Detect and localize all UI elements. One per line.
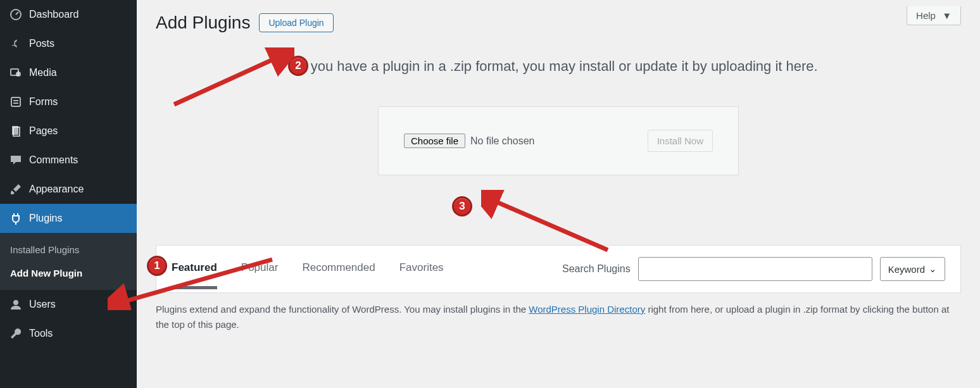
svg-rect-3 bbox=[11, 97, 20, 106]
sidebar-item-forms[interactable]: Forms bbox=[0, 87, 137, 116]
sidebar-item-dashboard[interactable]: Dashboard bbox=[0, 0, 137, 29]
file-status-text: No file chosen bbox=[470, 135, 534, 147]
annotation-badge-3: 3 bbox=[452, 196, 472, 216]
submenu-add-new-plugin[interactable]: Add New Plugin bbox=[0, 261, 137, 285]
pages-icon bbox=[9, 124, 23, 138]
sidebar-item-label: Forms bbox=[29, 96, 58, 108]
comments-icon bbox=[9, 153, 23, 167]
users-icon bbox=[9, 297, 23, 311]
footer-before: Plugins extend and expand the functional… bbox=[156, 304, 529, 315]
upload-plugin-button[interactable]: Upload Plugin bbox=[259, 13, 333, 32]
chevron-down-icon: ▼ bbox=[942, 10, 952, 21]
search-type-select[interactable]: Keyword ⌄ bbox=[880, 257, 945, 281]
annotation-badge-2: 2 bbox=[288, 56, 308, 76]
sidebar-item-tools[interactable]: Tools bbox=[0, 319, 137, 348]
search-plugins-input[interactable] bbox=[638, 257, 872, 281]
footer-description: Plugins extend and expand the functional… bbox=[156, 302, 961, 332]
sidebar-item-media[interactable]: Media bbox=[0, 58, 137, 87]
tab-recommended[interactable]: Recommended bbox=[302, 261, 375, 277]
tab-popular[interactable]: Popular bbox=[241, 261, 279, 277]
chevron-down-icon: ⌄ bbox=[929, 263, 937, 275]
sidebar-item-label: Dashboard bbox=[29, 9, 79, 20]
tab-featured[interactable]: Featured bbox=[172, 261, 217, 277]
sidebar-item-plugins[interactable]: Plugins bbox=[0, 204, 137, 233]
install-now-button[interactable]: Install Now bbox=[648, 130, 713, 152]
sidebar-item-label: Plugins bbox=[29, 213, 62, 224]
page-title: Add Plugins bbox=[156, 13, 250, 33]
help-button[interactable]: Help ▼ bbox=[907, 6, 961, 25]
tab-favorites[interactable]: Favorites bbox=[399, 261, 444, 277]
page-header: Add Plugins Upload Plugin bbox=[156, 13, 961, 33]
sidebar-item-label: Users bbox=[29, 299, 56, 310]
plugin-filter-tabs: Featured Popular Recommended Favorites S… bbox=[156, 245, 961, 293]
tools-icon bbox=[9, 327, 23, 341]
pin-icon bbox=[9, 37, 23, 51]
dashboard-icon bbox=[9, 8, 23, 22]
annotation-badge-1: 1 bbox=[147, 256, 167, 276]
sidebar-item-label: Appearance bbox=[29, 184, 84, 195]
sidebar-item-label: Comments bbox=[29, 154, 78, 166]
sidebar-item-appearance[interactable]: Appearance bbox=[0, 175, 137, 204]
upload-form: Choose file No file chosen Install Now bbox=[378, 106, 739, 175]
sidebar-item-users[interactable]: Users bbox=[0, 290, 137, 319]
sidebar-item-label: Media bbox=[29, 67, 57, 78]
submenu-installed-plugins[interactable]: Installed Plugins bbox=[0, 238, 137, 261]
forms-icon bbox=[9, 95, 23, 109]
sidebar-item-label: Tools bbox=[29, 328, 53, 339]
upload-description: If you have a plugin in a .zip format, y… bbox=[156, 58, 961, 75]
help-label: Help bbox=[916, 10, 936, 21]
search-label: Search Plugins bbox=[562, 263, 631, 275]
media-icon bbox=[9, 66, 23, 80]
sidebar-item-comments[interactable]: Comments bbox=[0, 146, 137, 175]
svg-point-8 bbox=[13, 300, 18, 305]
choose-file-button[interactable]: Choose file bbox=[404, 134, 465, 148]
sidebar-item-pages[interactable]: Pages bbox=[0, 116, 137, 146]
sidebar-item-label: Pages bbox=[29, 125, 58, 137]
svg-point-2 bbox=[16, 72, 21, 77]
main-content: Help ▼ Add Plugins Upload Plugin If you … bbox=[137, 0, 980, 388]
plugins-submenu: Installed Plugins Add New Plugin bbox=[0, 233, 137, 290]
sidebar-item-label: Posts bbox=[29, 38, 54, 49]
plugin-directory-link[interactable]: WordPress Plugin Directory bbox=[529, 304, 645, 315]
keyword-label: Keyword bbox=[888, 264, 925, 275]
plugin-icon bbox=[9, 211, 23, 225]
brush-icon bbox=[9, 182, 23, 196]
sidebar-item-posts[interactable]: Posts bbox=[0, 29, 137, 58]
admin-sidebar: Dashboard Posts Media Forms Pages Commen… bbox=[0, 0, 137, 388]
